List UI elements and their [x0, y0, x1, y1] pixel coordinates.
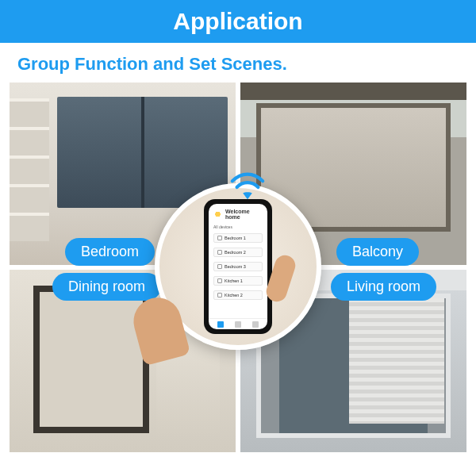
blind-icon — [217, 293, 222, 298]
shutter-decor — [349, 298, 444, 424]
nav-profile-icon[interactable] — [252, 321, 259, 328]
label-bedroom: Bedroom — [65, 238, 155, 266]
device-name: Kitchen 2 — [225, 293, 243, 298]
screen-header: Welcome home — [209, 204, 267, 223]
blind-icon — [217, 264, 222, 269]
phone-screen: Welcome home All devices Bedroom 1 Bedro… — [209, 204, 267, 329]
device-name: Bedroom 1 — [225, 236, 246, 240]
bottom-nav — [209, 318, 267, 329]
blind-icon — [217, 278, 222, 283]
device-name: Bedroom 3 — [225, 264, 246, 269]
header-title: Application — [173, 8, 302, 35]
blind-icon — [217, 250, 222, 255]
wifi-icon — [229, 171, 266, 203]
welcome-title: Welcome home — [225, 209, 263, 220]
device-item[interactable]: Kitchen 1 — [213, 276, 263, 286]
subtitle-text: Group Function and Set Scenes. — [0, 43, 476, 83]
label-balcony: Balcony — [336, 238, 419, 266]
device-name: Bedroom 2 — [225, 250, 246, 255]
nav-scene-icon[interactable] — [235, 321, 241, 328]
phone-circle: Welcome home All devices Bedroom 1 Bedro… — [155, 183, 321, 350]
device-item[interactable]: Kitchen 2 — [213, 290, 263, 300]
app-header: Application — [0, 0, 476, 43]
thumb-graphic — [263, 252, 298, 304]
label-living: Living room — [331, 273, 436, 301]
phone-device: Welcome home All devices Bedroom 1 Bedro… — [204, 199, 272, 334]
device-name: Kitchen 1 — [225, 278, 243, 283]
device-item[interactable]: Bedroom 1 — [213, 233, 263, 243]
nav-home-icon[interactable] — [217, 321, 224, 328]
device-item[interactable]: Bedroom 3 — [213, 262, 263, 271]
blind-icon — [217, 236, 222, 240]
device-item[interactable]: Bedroom 2 — [213, 248, 263, 257]
device-section-label: All devices — [209, 223, 267, 231]
sun-icon — [213, 209, 222, 219]
shelf-decor — [10, 98, 49, 241]
label-dining: Dining room — [52, 273, 161, 301]
